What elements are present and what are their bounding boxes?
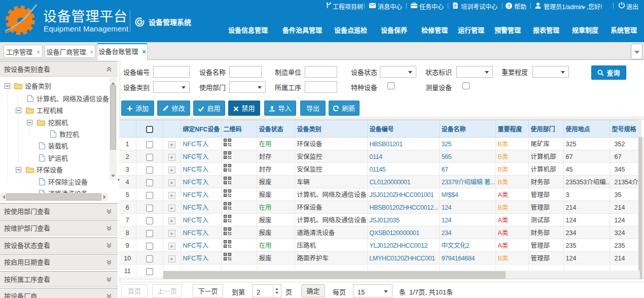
svg-text:?: ? [508, 3, 511, 9]
